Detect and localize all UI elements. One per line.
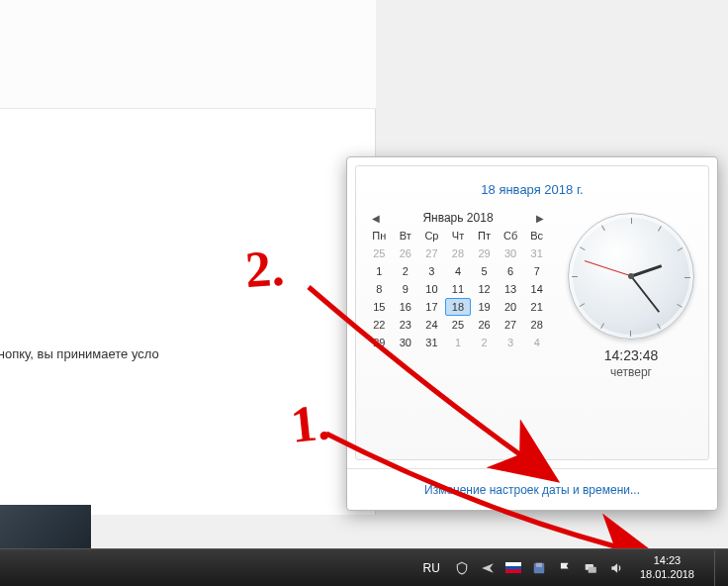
calendar-day[interactable]: 7 [523,262,550,280]
clock-minute-hand [630,275,660,312]
plane-icon[interactable] [480,560,496,576]
calendar-day[interactable]: 1 [445,334,472,351]
calendar-day[interactable]: 31 [523,244,550,262]
calendar-day[interactable]: 28 [445,244,472,262]
calendar-prev-month[interactable]: ◀ [370,212,382,224]
page-header-bg [0,0,376,109]
clock-tick [630,331,631,337]
calendar-day[interactable]: 28 [523,316,550,334]
calendar-dow: Вс [523,227,550,244]
calendar-day[interactable]: 31 [418,334,445,351]
tray-time: 14:23 [640,554,694,568]
volume-icon[interactable] [608,560,624,576]
calendar-day[interactable]: 4 [445,262,472,280]
calendar-day[interactable]: 10 [418,280,445,298]
calendar-day[interactable]: 5 [471,262,498,280]
calendar-day[interactable]: 11 [445,280,472,298]
clock-hour-hand [631,264,662,277]
calendar-day[interactable]: 29 [471,244,498,262]
clock-tick [678,247,683,251]
clock-tick [658,226,662,232]
clock-tick [580,246,586,250]
calendar-day[interactable]: 2 [393,262,419,280]
action-flag-icon[interactable] [557,560,573,576]
calendar-day[interactable]: 4 [523,334,550,351]
calendar-day[interactable]: 25 [445,316,472,334]
calendar-day[interactable]: 29 [366,334,393,351]
calendar-day[interactable]: 18 [445,298,472,316]
calendar-day[interactable]: 6 [498,262,524,280]
svg-rect-1 [536,562,542,566]
calendar-day[interactable]: 21 [523,298,550,316]
calendar-day[interactable]: 23 [393,316,419,334]
clock-tick [580,303,586,307]
calendar-day[interactable]: 8 [366,280,393,298]
calendar-day[interactable]: 19 [471,298,498,316]
calendar-day[interactable]: 27 [498,316,524,334]
clock-tick [657,324,661,330]
current-date-label: 18 января 2018 г. [366,182,698,197]
calendar-day[interactable]: 9 [393,280,419,298]
tray-date: 18.01.2018 [640,568,694,582]
taskbar: RU 14:23 18.01.2018 [0,548,728,586]
calendar-dow: Ср [418,227,445,244]
calendar-day[interactable]: 1 [366,262,393,280]
calendar-day[interactable]: 27 [418,244,445,262]
svg-rect-3 [589,566,596,572]
clock-tick [601,226,605,232]
taskbar-preview-thumb [0,505,91,548]
calendar-day[interactable]: 25 [366,244,393,262]
clock-second-hand [584,260,631,276]
analog-clock [568,213,694,340]
calendar-day[interactable]: 2 [471,334,498,351]
calendar-day[interactable]: 16 [393,298,419,316]
calendar-day[interactable]: 17 [418,298,445,316]
calendar-day[interactable]: 26 [393,244,419,262]
language-indicator[interactable]: RU [419,561,444,575]
calendar-day[interactable]: 26 [471,316,498,334]
calendar-dow: Пт [471,227,498,244]
calendar-day[interactable]: 3 [418,262,445,280]
clock-tick [677,304,682,308]
calendar-dow: Пн [366,227,393,244]
shield-icon[interactable] [454,560,470,576]
flag-icon[interactable] [505,560,521,576]
calendar-day[interactable]: 24 [418,316,445,334]
clock-tick [631,218,632,224]
datetime-popup: 18 января 2018 г. ◀ Январь 2018 ▶ ПнВтСр… [346,156,718,511]
calendar-day[interactable]: 20 [498,298,524,316]
page-text-fragment: имая на кнопку, вы принимаете усло [0,346,159,361]
show-desktop-button[interactable] [714,550,724,586]
change-datetime-settings-link[interactable]: Изменение настроек даты и времени... [424,483,640,497]
calendar-day[interactable]: 30 [393,334,419,351]
clock-tick [684,277,690,278]
calendar-dow: Сб [498,227,524,244]
calendar-dow: Чт [445,227,472,244]
digital-time: 14:23:48 [564,347,698,363]
calendar-day[interactable]: 15 [366,298,393,316]
clock-tick [600,323,604,329]
calendar-dow: Вт [393,227,419,244]
calendar-day[interactable]: 14 [523,280,550,298]
tray-clock[interactable]: 14:23 18.01.2018 [634,554,700,582]
calendar-month-label[interactable]: Январь 2018 [422,211,493,225]
disk-icon[interactable] [531,560,547,576]
calendar-day[interactable]: 30 [498,244,524,262]
clock-tick [572,276,578,277]
network-icon[interactable] [583,560,598,576]
calendar-day[interactable]: 13 [498,280,524,298]
calendar-day[interactable]: 3 [498,334,524,351]
calendar: ◀ Январь 2018 ▶ ПнВтСрЧтПтСбВс2526272829… [366,209,550,379]
weekday-label: четверг [564,365,698,379]
calendar-next-month[interactable]: ▶ [534,212,546,224]
calendar-day[interactable]: 12 [471,280,498,298]
calendar-day[interactable]: 22 [366,316,393,334]
